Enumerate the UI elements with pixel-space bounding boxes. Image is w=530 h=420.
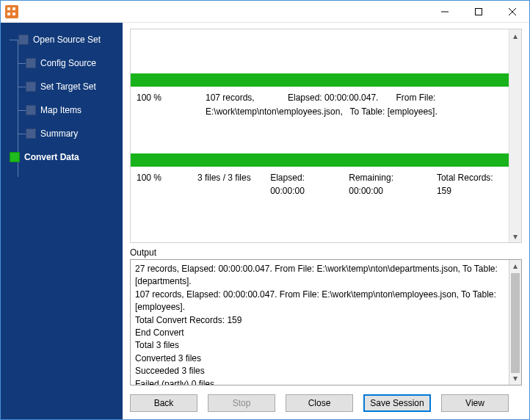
panel-scrollbar[interactable]: ▴ ▾ — [509, 29, 521, 242]
step-label: Config Source — [40, 58, 96, 68]
step-summary[interactable]: Summary — [18, 126, 123, 142]
close-button[interactable] — [495, 1, 529, 23]
scroll-down-icon[interactable]: ▾ — [509, 372, 521, 385]
step-set-target-set[interactable]: Set Target Set — [18, 79, 123, 95]
output-line: End Convert — [135, 327, 505, 339]
titlebar — [1, 1, 529, 23]
file-records: 107 records, — [206, 91, 270, 105]
output-textarea[interactable]: 27 records, Elapsed: 00:00:00.047. From … — [130, 259, 522, 385]
step-label: Set Target Set — [40, 82, 96, 92]
step-convert-data[interactable]: Convert Data — [10, 149, 123, 165]
output-scrollbar[interactable]: ▴ ▾ — [509, 260, 521, 385]
total-records: Total Records: 159 — [437, 171, 503, 198]
output-line: Total 3 files — [135, 339, 505, 352]
step-label: Summary — [40, 128, 78, 139]
file-percent: 100 % — [137, 91, 188, 105]
minimize-button[interactable] — [428, 1, 462, 23]
output-line: Total Convert Records: 159 — [135, 314, 505, 327]
file-from-label: From File: — [396, 91, 435, 105]
button-bar: Back Stop Close Save Session View — [123, 391, 529, 419]
scroll-up-icon[interactable]: ▴ — [509, 260, 521, 272]
view-button[interactable]: View — [441, 394, 509, 412]
output-line: 27 records, Elapsed: 00:00:00.047. From … — [135, 263, 505, 289]
app-window: Open Source Set Config Source Set Target… — [0, 0, 530, 420]
step-label: Map Items — [40, 105, 81, 115]
progress-panel: 100 % 107 records, Elapsed: 00:00:00.047… — [130, 29, 522, 243]
file-progress-info: 100 % 107 records, Elapsed: 00:00:00.047… — [131, 87, 509, 118]
file-from-to: E:\work\temp\nton\employees.json, To Tab… — [206, 105, 503, 119]
maximize-button[interactable] — [462, 1, 495, 23]
stop-button: Stop — [208, 394, 275, 412]
step-map-items[interactable]: Map Items — [18, 102, 123, 118]
body: Open Source Set Config Source Set Target… — [1, 23, 529, 419]
save-session-button[interactable]: Save Session — [363, 394, 431, 412]
total-remaining: Remaining: 00:00:00 — [349, 171, 422, 198]
total-elapsed: Elapsed: 00:00:00 — [270, 171, 334, 198]
output-label: Output — [130, 247, 522, 258]
total-progress-bar — [131, 153, 509, 167]
app-icon — [5, 5, 18, 18]
maximize-icon — [475, 8, 482, 15]
close-wizard-button[interactable]: Close — [286, 394, 353, 412]
step-label: Open Source Set — [33, 35, 101, 45]
total-progress-info: 100 % 3 files / 3 files Elapsed: 00:00:0… — [131, 167, 509, 198]
output-line: Succeeded 3 files — [135, 365, 505, 377]
total-files: 3 files / 3 files — [197, 171, 255, 198]
output-line: Converted 3 files — [135, 352, 505, 365]
file-elapsed: Elapsed: 00:00:00.047. — [288, 91, 378, 105]
minimize-icon — [441, 8, 449, 15]
main-panel: 100 % 107 records, Elapsed: 00:00:00.047… — [123, 23, 529, 419]
scroll-up-icon[interactable]: ▴ — [509, 29, 521, 42]
scroll-down-icon[interactable]: ▾ — [509, 230, 521, 242]
step-open-source-set[interactable]: Open Source Set — [10, 32, 123, 48]
output-line: 107 records, Elapsed: 00:00:00.047. From… — [135, 289, 505, 314]
step-label: Convert Data — [24, 152, 79, 162]
svg-rect-0 — [476, 8, 482, 15]
total-percent: 100 % — [137, 171, 183, 198]
file-progress-bar — [131, 73, 509, 87]
output-line: Failed (partly) 0 files — [135, 378, 505, 385]
step-config-source[interactable]: Config Source — [18, 55, 123, 71]
wizard-sidebar: Open Source Set Config Source Set Target… — [1, 23, 123, 419]
close-icon — [509, 8, 516, 15]
back-button[interactable]: Back — [130, 394, 197, 412]
